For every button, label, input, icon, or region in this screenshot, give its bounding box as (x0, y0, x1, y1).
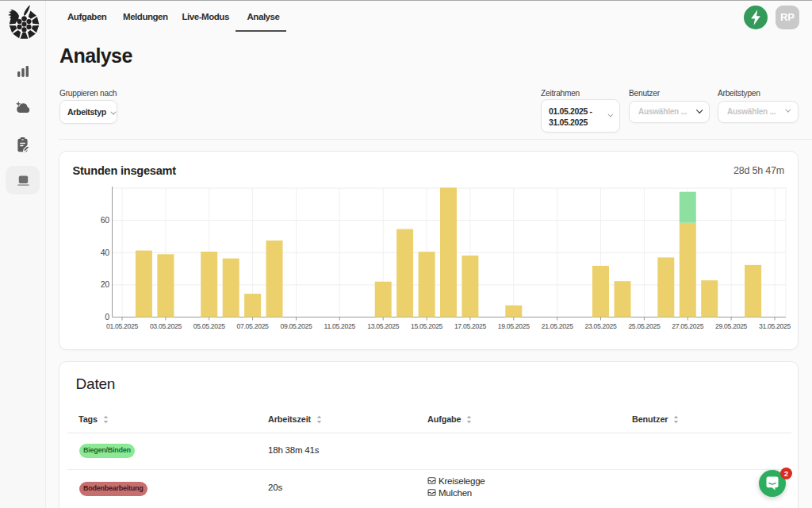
svg-text:23.05.2025: 23.05.2025 (584, 322, 617, 330)
svg-text:17.05.2025: 17.05.2025 (454, 322, 487, 330)
svg-text:15.05.2025: 15.05.2025 (411, 322, 443, 330)
svg-text:31.05.2025: 31.05.2025 (759, 322, 791, 330)
svg-text:05.05.2025: 05.05.2025 (193, 322, 226, 330)
svg-text:01.05.2025: 01.05.2025 (106, 322, 139, 330)
svg-text:03.05.2025: 03.05.2025 (150, 322, 182, 330)
svg-text:13.05.2025: 13.05.2025 (367, 322, 400, 330)
svg-text:21.05.2025: 21.05.2025 (542, 322, 574, 330)
svg-text:20: 20 (101, 279, 110, 289)
svg-text:09.05.2025: 09.05.2025 (280, 322, 312, 330)
svg-text:19.05.2025: 19.05.2025 (498, 322, 530, 330)
svg-text:25.05.2025: 25.05.2025 (628, 322, 661, 330)
svg-text:29.05.2025: 29.05.2025 (715, 322, 748, 330)
svg-text:11.05.2025: 11.05.2025 (324, 322, 356, 330)
svg-text:0: 0 (105, 312, 109, 321)
svg-text:40: 40 (101, 248, 110, 257)
svg-text:60: 60 (101, 215, 110, 225)
svg-text:07.05.2025: 07.05.2025 (237, 322, 270, 330)
svg-text:27.05.2025: 27.05.2025 (672, 322, 704, 330)
